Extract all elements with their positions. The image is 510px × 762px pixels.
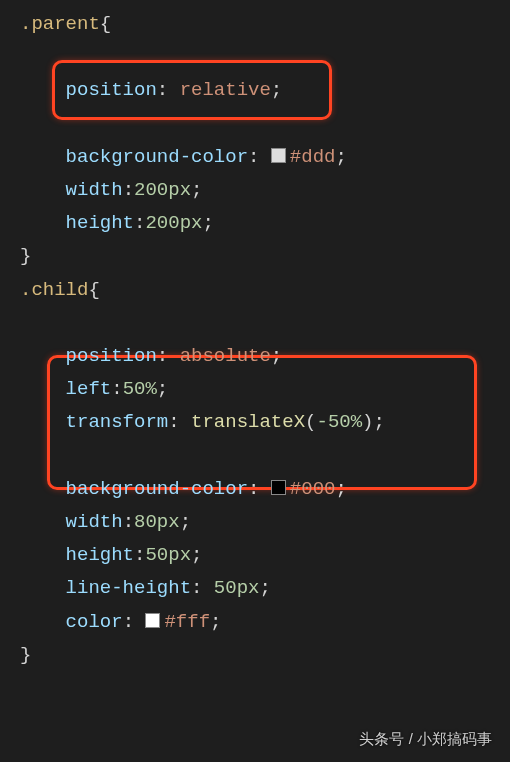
blank-line: [20, 440, 510, 473]
property: transform: [66, 411, 169, 433]
value: #ddd: [290, 146, 336, 168]
code-line: left:50%;: [20, 373, 510, 406]
value: 200px: [134, 179, 191, 201]
property: background-color: [66, 478, 248, 500]
value: 200px: [145, 212, 202, 234]
semi: ;: [202, 212, 213, 234]
property: left: [66, 378, 112, 400]
value: 80px: [134, 511, 180, 533]
semi: ;: [374, 411, 385, 433]
code-line: height:200px;: [20, 207, 510, 240]
value: 50%: [123, 378, 157, 400]
open-brace: {: [88, 279, 99, 301]
semi: ;: [210, 611, 221, 633]
colon: :: [248, 478, 259, 500]
paren: (: [305, 411, 316, 433]
colon: :: [134, 212, 145, 234]
semi: ;: [259, 577, 270, 599]
colon: :: [248, 146, 259, 168]
code-editor: .parent{ position: relative; background-…: [0, 0, 510, 672]
code-line: color: #fff;: [20, 606, 510, 639]
code-line: width:80px;: [20, 506, 510, 539]
function: translateX: [191, 411, 305, 433]
close-brace: }: [20, 644, 31, 666]
property: background-color: [66, 146, 248, 168]
code-line: }: [20, 240, 510, 273]
value: absolute: [180, 345, 271, 367]
property: line-height: [66, 577, 191, 599]
code-line: background-color: #ddd;: [20, 141, 510, 174]
semi: ;: [180, 511, 191, 533]
blank-line: [20, 108, 510, 141]
semi: ;: [157, 378, 168, 400]
semi: ;: [335, 146, 346, 168]
open-brace: {: [100, 13, 111, 35]
code-line: position: relative;: [20, 74, 510, 107]
selector: .child: [20, 279, 88, 301]
watermark: 头条号 / 小郑搞码事: [359, 726, 492, 752]
code-line: .parent{: [20, 8, 510, 41]
colon: :: [111, 378, 122, 400]
colon: :: [123, 179, 134, 201]
colon: :: [134, 544, 145, 566]
value: 50px: [214, 577, 260, 599]
paren: ): [362, 411, 373, 433]
code-line: line-height: 50px;: [20, 572, 510, 605]
selector: .parent: [20, 13, 100, 35]
color-swatch-icon: [271, 148, 286, 163]
code-line: width:200px;: [20, 174, 510, 207]
colon: :: [191, 577, 202, 599]
value: #fff: [164, 611, 210, 633]
color-swatch-icon: [145, 613, 160, 628]
value: #000: [290, 478, 336, 500]
code-line: transform: translateX(-50%);: [20, 406, 510, 439]
property: position: [66, 345, 157, 367]
blank-line: [20, 307, 510, 340]
semi: ;: [191, 544, 202, 566]
colon: :: [157, 79, 168, 101]
code-line: }: [20, 639, 510, 672]
property: width: [66, 511, 123, 533]
semi: ;: [191, 179, 202, 201]
property: height: [66, 544, 134, 566]
property: position: [66, 79, 157, 101]
code-line: .child{: [20, 274, 510, 307]
semi: ;: [271, 79, 282, 101]
colon: :: [157, 345, 168, 367]
code-line: background-color: #000;: [20, 473, 510, 506]
code-line: position: absolute;: [20, 340, 510, 373]
value: -50%: [316, 411, 362, 433]
colon: :: [123, 611, 134, 633]
blank-line: [20, 41, 510, 74]
close-brace: }: [20, 245, 31, 267]
property: width: [66, 179, 123, 201]
semi: ;: [271, 345, 282, 367]
value: relative: [180, 79, 271, 101]
color-swatch-icon: [271, 480, 286, 495]
value: 50px: [145, 544, 191, 566]
code-line: height:50px;: [20, 539, 510, 572]
colon: :: [168, 411, 179, 433]
semi: ;: [335, 478, 346, 500]
colon: :: [123, 511, 134, 533]
property: color: [66, 611, 123, 633]
property: height: [66, 212, 134, 234]
